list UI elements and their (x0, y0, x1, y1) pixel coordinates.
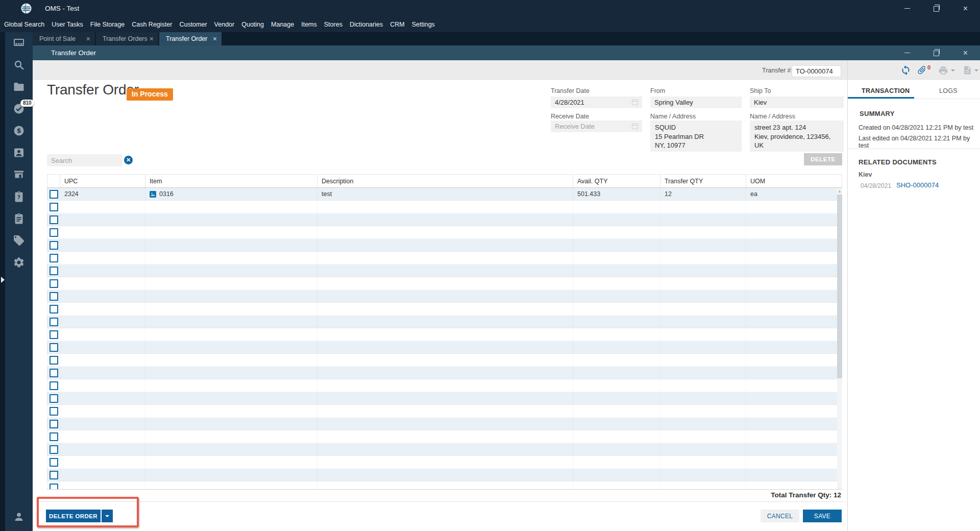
refresh-icon[interactable] (900, 65, 911, 76)
row-checkbox[interactable] (50, 343, 58, 352)
row-checkbox[interactable] (50, 305, 58, 313)
menu-item-user-tasks[interactable]: User Tasks (48, 17, 87, 32)
row-checkbox[interactable] (50, 267, 58, 275)
close-button[interactable]: × (951, 0, 980, 17)
table-row[interactable] (47, 443, 842, 456)
transfer-number-input[interactable] (792, 65, 841, 77)
table-scrollbar-thumb[interactable] (837, 195, 842, 378)
row-checkbox[interactable] (50, 279, 58, 288)
menu-item-manage[interactable]: Manage (267, 17, 298, 32)
menu-item-quoting[interactable]: Quoting (238, 17, 267, 32)
sidebar-item-file-storage-icon[interactable] (13, 81, 25, 93)
sidebar-item-orders-icon[interactable] (13, 212, 25, 225)
close-button[interactable]: × (951, 45, 980, 60)
table-row[interactable]: 23240316test501.43312ea (47, 188, 842, 201)
restore-down-button[interactable] (922, 45, 951, 60)
row-checkbox[interactable] (50, 407, 58, 416)
tab-point-of-sale[interactable]: Point of Sale× (33, 32, 95, 45)
calendar-icon[interactable] (632, 100, 638, 105)
row-checkbox[interactable] (50, 190, 58, 199)
delete-order-dropdown-button[interactable] (102, 510, 113, 522)
sidebar-item-quotes-icon[interactable]: ? (13, 190, 25, 203)
menu-item-dictionaries[interactable]: Dictionaries (346, 17, 386, 32)
menu-item-stores[interactable]: Stores (321, 17, 346, 32)
minimize-button[interactable] (893, 45, 922, 60)
tab-transfer-order[interactable]: Transfer Order× (159, 32, 222, 45)
column-header-upc[interactable]: UPC (60, 175, 145, 187)
delete-order-button[interactable]: DELETE ORDER (46, 510, 101, 522)
export-document-icon[interactable] (963, 65, 972, 75)
menu-item-global-search[interactable]: Global Search (1, 17, 48, 32)
menu-item-vendor[interactable]: Vendor (211, 17, 238, 32)
table-row[interactable] (47, 456, 842, 469)
sidebar-item-tags-icon[interactable] (13, 234, 25, 247)
transfer-date-input[interactable] (551, 96, 642, 108)
row-checkbox[interactable] (50, 432, 58, 441)
table-row[interactable] (47, 277, 842, 290)
table-row[interactable] (47, 469, 842, 481)
tab-close-icon[interactable]: × (86, 35, 90, 42)
from-store-input[interactable] (650, 96, 742, 108)
sidebar-item-global-search-icon[interactable] (13, 59, 25, 71)
sidebar-item-pos-register-icon[interactable] (13, 37, 25, 49)
tab-close-icon[interactable]: × (150, 35, 154, 42)
row-checkbox[interactable] (50, 228, 58, 237)
table-row[interactable] (47, 316, 842, 328)
table-row[interactable] (47, 481, 842, 489)
related-document-link[interactable]: SHO-0000074 (896, 181, 939, 189)
tab-logs[interactable]: LOGS (939, 87, 958, 94)
table-row[interactable] (47, 264, 842, 277)
menu-item-items[interactable]: Items (298, 17, 321, 32)
table-row[interactable] (47, 341, 842, 354)
row-checkbox[interactable] (50, 318, 58, 326)
menu-item-settings[interactable]: Settings (408, 17, 438, 32)
table-row[interactable] (47, 392, 842, 405)
print-dropdown-icon[interactable] (951, 69, 955, 71)
table-row[interactable] (47, 367, 842, 379)
table-row[interactable] (47, 354, 842, 367)
column-header-uom[interactable]: UOM (746, 175, 842, 187)
column-header-description[interactable]: Description (317, 175, 573, 187)
table-row[interactable] (47, 226, 842, 239)
receive-date-input[interactable] (551, 120, 642, 132)
restore-down-button[interactable] (922, 0, 951, 17)
row-checkbox[interactable] (50, 369, 58, 377)
sidebar-item-stores-icon[interactable] (13, 168, 25, 181)
sidebar-item-contacts-icon[interactable] (13, 147, 25, 159)
row-checkbox[interactable] (50, 445, 58, 454)
save-button[interactable]: SAVE (803, 510, 842, 522)
clear-search-icon[interactable]: ✕ (124, 156, 133, 164)
table-row[interactable] (47, 303, 842, 316)
column-header-transfer-qty[interactable]: Transfer QTY (660, 175, 746, 187)
table-row[interactable] (47, 405, 842, 418)
column-header-item[interactable]: Item (145, 175, 317, 187)
row-checkbox[interactable] (50, 356, 58, 365)
row-checkbox[interactable] (50, 215, 58, 224)
row-checkbox[interactable] (50, 471, 58, 479)
menu-item-cash-register[interactable]: Cash Register (128, 17, 176, 32)
cancel-button[interactable]: CANCEL (761, 510, 799, 522)
sidebar-item-settings-icon[interactable] (13, 256, 25, 269)
tab-transaction[interactable]: TRANSACTION (862, 87, 910, 94)
attachments-icon[interactable] (917, 65, 927, 75)
table-row[interactable] (47, 252, 842, 264)
calendar-icon[interactable] (632, 124, 638, 129)
row-checkbox[interactable] (50, 484, 58, 490)
expand-arrow-icon[interactable] (1, 277, 5, 283)
row-checkbox[interactable] (50, 254, 58, 262)
row-checkbox[interactable] (50, 420, 58, 428)
row-checkbox[interactable] (50, 241, 58, 250)
menu-item-crm[interactable]: CRM (386, 17, 408, 32)
table-row[interactable] (47, 239, 842, 252)
table-row[interactable] (47, 290, 842, 303)
tab-close-icon[interactable]: × (213, 35, 217, 42)
row-checkbox[interactable] (50, 292, 58, 301)
column-header-avail-qty[interactable]: Avail. QTY (573, 175, 660, 187)
row-checkbox[interactable] (50, 203, 58, 211)
table-row[interactable] (47, 213, 842, 226)
table-row[interactable] (47, 418, 842, 430)
row-checkbox[interactable] (50, 394, 58, 403)
delete-rows-button[interactable]: DELETE (804, 153, 842, 165)
ship-to-store-input[interactable] (750, 96, 844, 108)
tab-transfer-orders[interactable]: Transfer Orders× (96, 32, 158, 45)
